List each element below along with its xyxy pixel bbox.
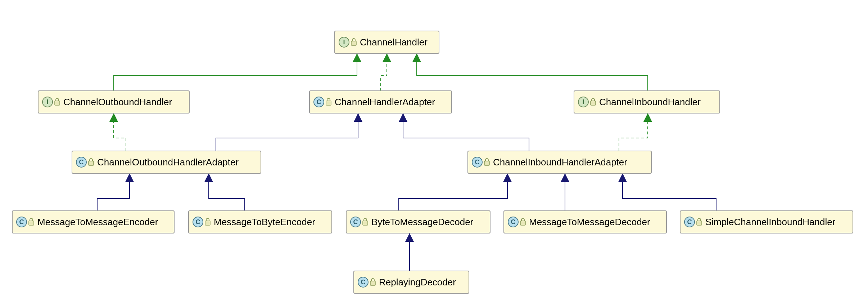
node-label: SimpleChannelInboundHandler	[705, 217, 836, 227]
node-label: ChannelOutboundHandler	[63, 97, 172, 107]
svg-text:I: I	[582, 98, 584, 106]
node-channel-inbound-handler: I ChannelInboundHandler	[574, 91, 720, 113]
node-channel-inbound-handler-adapter: C ChannelInboundHandlerAdapter	[468, 151, 651, 173]
node-label: ChannelHandlerAdapter	[335, 97, 435, 107]
node-channel-handler: I ChannelHandler	[335, 31, 439, 53]
node-message-to-message-decoder: C MessageToMessageDecoder	[504, 211, 666, 233]
svg-text:I: I	[46, 98, 48, 106]
node-label: ChannelInboundHandlerAdapter	[493, 157, 627, 168]
svg-text:C: C	[475, 159, 480, 166]
svg-rect-31	[205, 221, 210, 225]
node-label: MessageToMessageEncoder	[37, 217, 158, 227]
edge	[216, 113, 358, 151]
edge	[417, 53, 648, 91]
svg-text:C: C	[196, 218, 200, 226]
node-label: MessageToByteEncoder	[214, 217, 315, 227]
edge	[381, 53, 387, 91]
svg-rect-39	[520, 221, 525, 225]
svg-rect-27	[29, 221, 34, 225]
svg-text:C: C	[353, 218, 358, 226]
edge	[114, 53, 357, 91]
node-label: MessageToMessageDecoder	[529, 217, 650, 227]
svg-rect-11	[326, 101, 331, 105]
svg-text:C: C	[361, 279, 366, 286]
svg-text:C: C	[317, 98, 321, 106]
svg-rect-15	[591, 101, 596, 105]
svg-rect-43	[697, 221, 702, 225]
node-message-to-message-encoder: C MessageToMessageEncoder	[12, 211, 174, 233]
node-channel-outbound-handler: I ChannelOutboundHandler	[38, 91, 189, 113]
diagram-canvas: I ChannelHandler I ChannelOutboundHandle…	[0, 0, 868, 307]
edge	[619, 113, 648, 151]
edge	[209, 173, 245, 211]
edge	[97, 173, 130, 211]
svg-text:C: C	[19, 218, 24, 226]
nodes-layer: I ChannelHandler I ChannelOutboundHandle…	[12, 31, 853, 293]
svg-text:I: I	[343, 39, 345, 46]
node-message-to-byte-encoder: C MessageToByteEncoder	[189, 211, 332, 233]
svg-rect-23	[484, 161, 489, 165]
node-replaying-decoder: C ReplayingDecoder	[354, 271, 469, 293]
node-label: ByteToMessageDecoder	[371, 217, 474, 227]
node-channel-outbound-handler-adapter: C ChannelOutboundHandlerAdapter	[72, 151, 261, 173]
edge	[114, 113, 126, 151]
node-simple-channel-inbound-handler: C SimpleChannelInboundHandler	[680, 211, 853, 233]
svg-rect-7	[55, 101, 60, 105]
node-label: ChannelHandler	[360, 37, 428, 48]
node-label: ChannelInboundHandler	[599, 97, 701, 107]
svg-text:C: C	[687, 218, 692, 226]
node-channel-handler-adapter: C ChannelHandlerAdapter	[309, 91, 452, 113]
edge	[399, 173, 507, 211]
edge	[623, 173, 716, 211]
svg-text:C: C	[79, 159, 84, 166]
node-label: ChannelOutboundHandlerAdapter	[97, 157, 239, 168]
node-byte-to-message-decoder: C ByteToMessageDecoder	[346, 211, 490, 233]
node-label: ReplayingDecoder	[379, 277, 456, 288]
svg-rect-47	[370, 281, 375, 285]
svg-rect-3	[351, 41, 356, 45]
edge	[403, 113, 529, 151]
svg-text:C: C	[511, 218, 516, 226]
svg-rect-19	[89, 161, 94, 165]
svg-rect-35	[363, 221, 368, 225]
